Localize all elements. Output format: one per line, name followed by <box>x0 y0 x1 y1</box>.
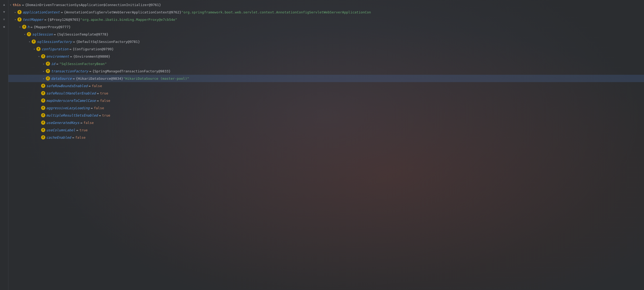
keyword-value: false <box>75 136 86 139</box>
field-icon: f <box>17 10 22 14</box>
collapse-arrow[interactable] <box>27 39 32 44</box>
field-icon: f <box>41 91 45 95</box>
tree-row[interactable]: fsqlSession = {SqlSessionTemplate@9778} <box>8 31 644 38</box>
expand-arrow[interactable] <box>42 62 46 66</box>
expand-arrow[interactable] <box>42 69 46 73</box>
row-content: ftestMapper = {$Proxy126@9765} "org.apac… <box>8 17 177 22</box>
object-reference: {DomainDrivenTransactionSysApplication$C… <box>25 3 161 7</box>
row-content: fid = "SqlSessionFactoryBean" <box>8 62 107 66</box>
keyword-value: false <box>94 106 104 110</box>
tree-row[interactable]: fsafeRowBoundsEnabled = false <box>8 82 644 89</box>
string-value: "HikariDataSource (master-pool)" <box>123 77 189 81</box>
scroll-down-icon[interactable]: ▼ <box>2 9 7 14</box>
object-reference: {Configuration@9799} <box>73 47 114 51</box>
field-name: sqlSession <box>32 32 53 36</box>
collapse-arrow[interactable] <box>8 3 13 7</box>
field-name: multipleResultSetsEnabled <box>46 113 98 117</box>
field-icon: f <box>46 62 50 66</box>
tree-row[interactable]: ftransactionFactory = {SpringManagedTran… <box>8 67 644 75</box>
field-name: safeRowBoundsEnabled <box>46 84 88 88</box>
row-content: faggressiveLazyLoading = false <box>8 106 104 110</box>
collapse-arrow[interactable] <box>23 32 27 36</box>
object-reference: {SqlSessionTemplate@9778} <box>57 32 108 36</box>
field-icon: f <box>46 69 50 73</box>
row-content: fenvironment = {Environment@9800} <box>8 54 110 58</box>
equals-sign: = <box>70 54 72 58</box>
collapse-arrow[interactable] <box>13 17 17 22</box>
list-icon[interactable]: ≡ <box>2 17 7 22</box>
leaf-spacer <box>37 98 41 103</box>
collapse-arrow[interactable] <box>37 54 41 58</box>
row-content: fmultipleResultSetsEnabled = true <box>8 113 110 117</box>
string-value: "org.springframework.boot.web.servlet.co… <box>181 10 371 14</box>
field-icon: f <box>41 84 45 88</box>
equals-sign: = <box>97 99 99 103</box>
field-name: aggressiveLazyLoading <box>46 106 90 110</box>
leaf-spacer <box>37 84 41 88</box>
field-icon: f <box>41 98 45 103</box>
equals-sign: = <box>89 84 91 88</box>
tree-row[interactable]: fdataSource = {HikariDataSource@9834} "H… <box>8 75 644 82</box>
equals-sign: = <box>22 3 24 7</box>
row-content: fsqlSession = {SqlSessionTemplate@9778} <box>8 32 108 36</box>
keyword-value: true <box>100 91 108 95</box>
equals-sign: = <box>72 136 74 139</box>
object-reference: {SpringManagedTransactionFactory@9833} <box>92 69 171 73</box>
field-icon: f <box>27 32 31 36</box>
collapse-arrow[interactable] <box>32 47 36 51</box>
string-value: "SqlSessionFactoryBean" <box>59 62 107 66</box>
field-name: safeResultHandlerEnabled <box>46 91 96 95</box>
field-icon: f <box>36 47 41 51</box>
object-reference: {Environment@9800} <box>73 54 110 58</box>
field-icon: f <box>41 128 45 132</box>
tree-row[interactable]: fid = "SqlSessionFactoryBean" <box>8 60 644 67</box>
variable-tree: this = {DomainDrivenTransactionSysApplic… <box>8 0 644 290</box>
eye-icon[interactable]: ◉ <box>2 24 7 29</box>
equals-sign: = <box>70 47 72 51</box>
tree-row[interactable]: fmultipleResultSetsEnabled = true <box>8 112 644 119</box>
collapse-arrow[interactable] <box>18 25 22 29</box>
tree-row[interactable]: fenvironment = {Environment@9800} <box>8 53 644 60</box>
this-keyword: this <box>13 3 21 7</box>
tree-row[interactable]: fcacheEnabled = false <box>8 134 644 141</box>
field-icon: f <box>22 25 26 29</box>
tree-row[interactable]: ftestMapper = {$Proxy126@9765} "org.apac… <box>8 16 644 23</box>
tree-row[interactable]: fh = {MapperProxy@9777} <box>8 23 644 31</box>
string-value: "org.apache.ibatis.binding.MapperProxy@e… <box>80 18 177 22</box>
expand-arrow[interactable] <box>13 10 17 14</box>
scroll-up-icon[interactable]: ▲ <box>2 2 7 7</box>
expand-arrow[interactable] <box>42 76 46 81</box>
row-content: fh = {MapperProxy@9777} <box>8 25 71 29</box>
field-name: transactionFactory <box>51 69 88 73</box>
tree-row[interactable]: faggressiveLazyLoading = false <box>8 104 644 112</box>
field-name: applicationContext <box>23 10 60 14</box>
tree-row[interactable]: fuseColumnLabel = true <box>8 126 644 134</box>
tree-row[interactable]: fapplicationContext = {AnnotationConfigS… <box>8 8 644 16</box>
leaf-spacer <box>37 91 41 95</box>
equals-sign: = <box>31 25 33 29</box>
leaf-spacer <box>37 135 41 139</box>
row-content: fsqlSessionFactory = {DefaultSqlSessionF… <box>8 39 140 44</box>
tree-row[interactable]: fmapUnderscoreToCamelCase = false <box>8 97 644 104</box>
keyword-value: false <box>92 84 102 88</box>
leaf-spacer <box>37 113 41 117</box>
object-reference: {AnnotationConfigServletWebServerApplica… <box>64 10 181 14</box>
tree-row[interactable]: fuseGeneratedKeys = false <box>8 119 644 126</box>
object-reference: {MapperProxy@9777} <box>34 25 71 29</box>
leaf-spacer <box>37 106 41 110</box>
keyword-value: true <box>79 128 87 132</box>
field-name: mapUnderscoreToCamelCase <box>46 99 96 103</box>
row-content: fsafeResultHandlerEnabled = true <box>8 91 108 95</box>
tree-row[interactable]: fsafeResultHandlerEnabled = true <box>8 89 644 97</box>
field-name: useGeneratedKeys <box>46 121 79 125</box>
equals-sign: = <box>73 77 75 81</box>
object-reference: {$Proxy126@9765} <box>47 18 80 22</box>
row-content: fuseColumnLabel = true <box>8 128 88 132</box>
tree-row[interactable]: this = {DomainDrivenTransactionSysApplic… <box>8 1 644 8</box>
tree-row[interactable]: fsqlSessionFactory = {DefaultSqlSessionF… <box>8 38 644 45</box>
tree-row[interactable]: fconfiguration = {Configuration@9799} <box>8 45 644 53</box>
equals-sign: = <box>44 18 46 22</box>
row-content: fsafeRowBoundsEnabled = false <box>8 84 102 88</box>
field-name: dataSource <box>51 77 72 81</box>
object-reference: {HikariDataSource@9834} <box>76 77 123 81</box>
